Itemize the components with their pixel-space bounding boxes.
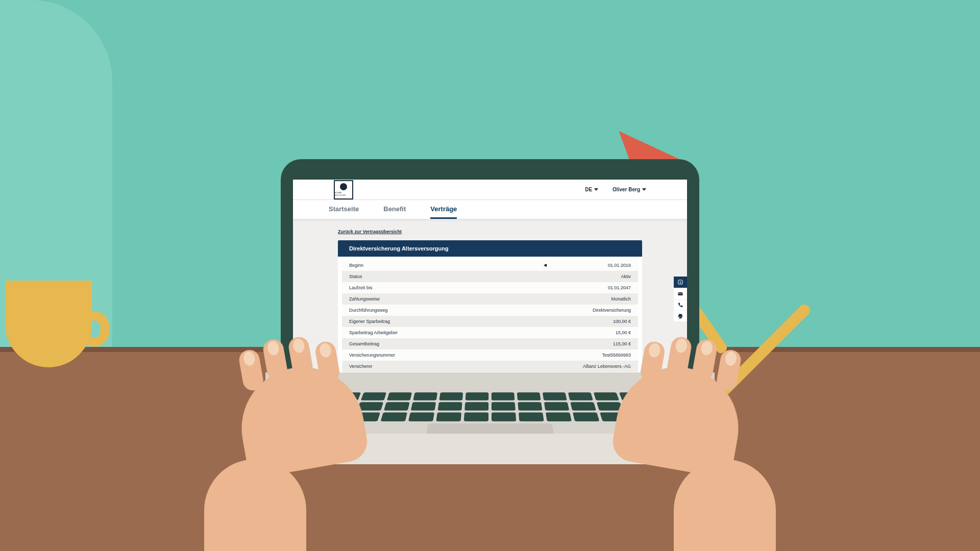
side-tab-print[interactable] bbox=[674, 310, 687, 321]
logo-icon bbox=[340, 183, 347, 190]
row-label: Zahlungsweise bbox=[349, 296, 380, 302]
svg-text:?: ? bbox=[679, 281, 681, 284]
contact-sidebar: ? bbox=[674, 277, 687, 321]
tab-benefit[interactable]: Benefit bbox=[383, 200, 406, 219]
logo[interactable]: HOME HOLDING bbox=[334, 180, 353, 199]
svg-rect-5 bbox=[679, 317, 682, 319]
tab-startseite[interactable]: Startseite bbox=[329, 200, 359, 219]
user-name-label: Oliver Berg bbox=[612, 187, 640, 192]
svg-rect-2 bbox=[678, 292, 683, 295]
row-value: 01.01.2047 bbox=[608, 285, 631, 290]
table-row: DurchführungswegDirektversicherung bbox=[342, 305, 638, 316]
panel-title: Direktversicherung Altersversorgung bbox=[338, 240, 642, 257]
table-row: VersichererAllianz Lebensvers.-AG bbox=[342, 361, 638, 372]
table-row: Gesamtbeitrag115,00 € bbox=[342, 338, 638, 349]
topbar: HOME HOLDING DE Oliver Berg bbox=[293, 180, 687, 200]
language-select[interactable]: DE bbox=[585, 187, 598, 192]
row-label: Eigener Sparbeitrag bbox=[349, 319, 390, 324]
scene-mug bbox=[5, 281, 92, 367]
email-icon bbox=[677, 291, 683, 297]
topbar-right: DE Oliver Berg bbox=[585, 187, 646, 192]
row-label: Versicherungsnummer bbox=[349, 353, 395, 358]
row-label: Status bbox=[349, 274, 362, 279]
row-value: Test55899983 bbox=[602, 353, 631, 358]
cursor-icon: ◂ bbox=[544, 261, 547, 268]
table-row: Eigener Sparbeitrag100,00 € bbox=[342, 316, 638, 327]
logo-text: HOME HOLDING bbox=[335, 191, 352, 196]
row-value: 100,00 € bbox=[613, 319, 631, 324]
chevron-down-icon bbox=[642, 188, 646, 191]
row-label: Durchführungsweg bbox=[349, 308, 388, 313]
app-root: HOME HOLDING DE Oliver Berg bbox=[293, 180, 687, 400]
chevron-down-icon bbox=[594, 188, 598, 191]
table-row: ZahlungsweiseMonatlich bbox=[342, 293, 638, 305]
back-link[interactable]: Zurück zur Vertragsübersicht bbox=[338, 229, 402, 234]
phone-icon bbox=[677, 302, 683, 308]
user-menu[interactable]: Oliver Berg bbox=[612, 187, 646, 192]
print-icon bbox=[677, 313, 683, 319]
table-row: Laufzeit bis01.01.2047 bbox=[342, 282, 638, 293]
row-label: Sparbeitrag Arbeitgeber bbox=[349, 330, 398, 335]
row-value: Aktiv bbox=[621, 274, 631, 279]
row-value: 115,00 € bbox=[613, 341, 631, 346]
table-row: Beginn01.01.2019 bbox=[342, 260, 638, 271]
row-value: 01.01.2019 bbox=[608, 263, 631, 268]
side-tab-phone[interactable] bbox=[674, 299, 687, 310]
row-value: Allianz Lebensvers.-AG bbox=[583, 364, 631, 369]
tab-vertraege[interactable]: Verträge bbox=[430, 200, 457, 219]
side-tab-help[interactable]: ? bbox=[674, 277, 687, 288]
row-label: Versicherer bbox=[349, 364, 373, 369]
row-label: Gesamtbeitrag bbox=[349, 341, 379, 346]
scene-mug-handle bbox=[79, 311, 110, 347]
navbar: Startseite Benefit Verträge bbox=[293, 200, 687, 219]
table-row: StatusAktiv bbox=[342, 271, 638, 282]
side-tab-email[interactable] bbox=[674, 288, 687, 299]
row-value: 15,00 € bbox=[616, 330, 631, 335]
language-label: DE bbox=[585, 187, 592, 192]
laptop: HOME HOLDING DE Oliver Berg bbox=[281, 159, 699, 403]
help-icon: ? bbox=[677, 279, 683, 285]
row-label: Beginn bbox=[349, 263, 363, 268]
table-row: Sparbeitrag Arbeitgeber15,00 € bbox=[342, 327, 638, 338]
row-value: Monatlich bbox=[611, 296, 631, 302]
laptop-screen: HOME HOLDING DE Oliver Berg bbox=[293, 180, 687, 400]
laptop-bezel: HOME HOLDING DE Oliver Berg bbox=[281, 159, 699, 403]
svg-rect-3 bbox=[679, 314, 682, 315]
row-label: Laufzeit bis bbox=[349, 285, 373, 290]
row-value: Direktversicherung bbox=[593, 308, 631, 313]
content-area: Zurück zur Vertragsübersicht Direktversi… bbox=[293, 219, 687, 394]
table-row: VersicherungsnummerTest55899983 bbox=[342, 349, 638, 361]
